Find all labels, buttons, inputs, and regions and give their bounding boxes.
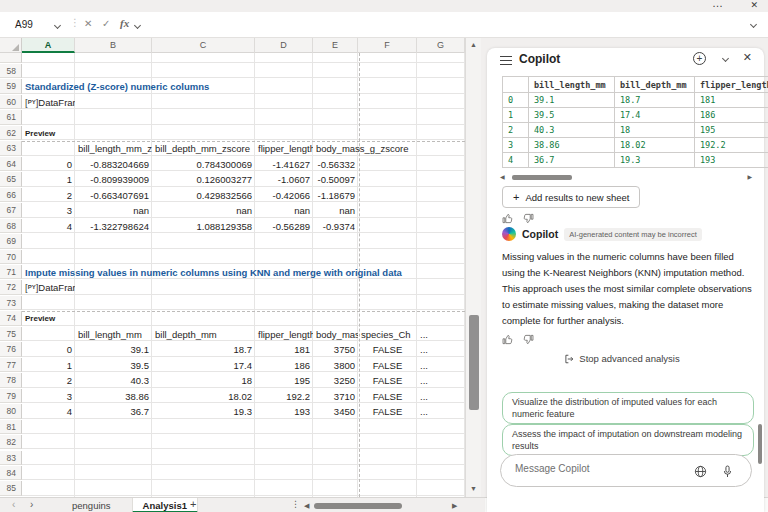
column-header-G[interactable]: G: [417, 38, 465, 53]
grid-cell-F78[interactable]: FALSE: [358, 373, 417, 387]
row-header-65[interactable]: 65: [0, 172, 22, 186]
thumbs-up-icon[interactable]: [502, 334, 513, 345]
grid-cell-B79[interactable]: 38.86: [75, 389, 152, 403]
grid-cell-B64[interactable]: -0.883204669: [75, 157, 152, 171]
row-header-73[interactable]: 73: [0, 296, 22, 310]
row-header-77[interactable]: 77: [0, 358, 22, 372]
web-globe-icon[interactable]: [694, 464, 707, 482]
select-all-corner[interactable]: [0, 38, 22, 53]
grid-cell-B65[interactable]: -0.809939009: [75, 172, 152, 186]
row-header-66[interactable]: 66: [0, 188, 22, 202]
grid-cell-E77[interactable]: 3800: [313, 358, 358, 372]
grid-row[interactable]: [22, 126, 465, 140]
add-results-button[interactable]: +Add results to new sheet: [502, 186, 640, 208]
add-sheet-button[interactable]: +: [190, 498, 196, 510]
grid-cell-B68[interactable]: -1.322798624: [75, 219, 152, 233]
grid-cell-C75[interactable]: bill_depth_mm: [152, 327, 255, 341]
grid-cell-D63[interactable]: flipper_length_mm: [255, 141, 313, 155]
grid-cell-E68[interactable]: -0.9374: [313, 219, 358, 233]
grid-row[interactable]: [22, 250, 465, 264]
sheet-tab-Analysis1[interactable]: Analysis1: [132, 498, 198, 512]
grid-cell-A68[interactable]: 4: [22, 219, 75, 233]
grid-cell-A62[interactable]: Preview: [22, 126, 75, 140]
grid-row[interactable]: [22, 280, 465, 294]
grid-cell-E63[interactable]: body_mass_g_zscore: [313, 141, 411, 155]
grid-cell-D76[interactable]: 181: [255, 342, 313, 356]
scrollbar-thumb[interactable]: [469, 315, 479, 410]
row-header-64[interactable]: 64: [0, 157, 22, 171]
column-header-D[interactable]: D: [255, 38, 313, 53]
row-header-71[interactable]: 71: [0, 265, 22, 279]
grid-cell-A79[interactable]: 3: [22, 389, 75, 403]
grid-row[interactable]: [22, 95, 465, 109]
grid-cell-G76[interactable]: ...: [417, 342, 465, 356]
scrollbar-thumb[interactable]: [512, 175, 572, 180]
grid-cell-D64[interactable]: -1.41627: [255, 157, 313, 171]
grid-cell-F76[interactable]: FALSE: [358, 342, 417, 356]
grid-cell-C80[interactable]: 19.3: [152, 404, 255, 418]
row-header-78[interactable]: 78: [0, 373, 22, 387]
prev-sheet-icon[interactable]: ‹: [12, 499, 15, 510]
grid-cell-F79[interactable]: FALSE: [358, 389, 417, 403]
grid-cell-A64[interactable]: 0: [22, 157, 75, 171]
grid-cell-G79[interactable]: ...: [417, 389, 465, 403]
grid-cell-D79[interactable]: 192.2: [255, 389, 313, 403]
python-dataframe-cell[interactable]: [PY]DataFrame: [22, 95, 75, 109]
grid-row[interactable]: [22, 435, 465, 449]
grid-cell-A67[interactable]: 3: [22, 203, 75, 217]
grid-cell-A77[interactable]: 1: [22, 358, 75, 372]
column-header-B[interactable]: B: [75, 38, 152, 53]
thumbs-down-icon[interactable]: [523, 334, 534, 345]
grid-cell-D77[interactable]: 186: [255, 358, 313, 372]
grid-cell-E80[interactable]: 3450: [313, 404, 358, 418]
row-header-83[interactable]: 83: [0, 451, 22, 465]
grid-cell-E65[interactable]: -0.50097: [313, 172, 358, 186]
message-input[interactable]: [515, 463, 675, 474]
grid-cell-A65[interactable]: 1: [22, 172, 75, 186]
formula-input[interactable]: [150, 14, 740, 35]
grid-cell-A78[interactable]: 2: [22, 373, 75, 387]
grid-cell-C63[interactable]: bill_depth_mm_zscore: [152, 141, 255, 155]
chevron-down-icon[interactable]: [134, 22, 141, 29]
window-more-icon[interactable]: …: [712, 0, 724, 9]
grid-cell-A74[interactable]: Preview: [22, 311, 75, 325]
thumbs-up-icon[interactable]: [502, 213, 513, 224]
grid-cell-C68[interactable]: 1.088129358: [152, 219, 255, 233]
grid-vertical-scrollbar[interactable]: ▲ ▼: [465, 38, 481, 497]
thumbs-down-icon[interactable]: [523, 213, 534, 224]
row-header-81[interactable]: 81: [0, 420, 22, 434]
grid-cell-E66[interactable]: -1.18679: [313, 188, 358, 202]
scroll-down-icon[interactable]: ▼: [470, 485, 477, 492]
grid-cell-A71[interactable]: Impute missing values in numeric columns…: [22, 265, 405, 279]
panel-scrollbar-thumb[interactable]: [758, 424, 762, 464]
grid-cell-C76[interactable]: 18.7: [152, 342, 255, 356]
grid-cell-G75[interactable]: ...: [417, 327, 465, 341]
grid-cell-C78[interactable]: 18: [152, 373, 255, 387]
grid-row[interactable]: [22, 296, 465, 310]
grid-cell-D80[interactable]: 193: [255, 404, 313, 418]
grid-cell-C66[interactable]: 0.429832566: [152, 188, 255, 202]
row-header-58[interactable]: 58: [0, 64, 22, 78]
stop-analysis-button[interactable]: Stop advanced analysis: [487, 353, 757, 364]
row-header-75[interactable]: 75: [0, 327, 22, 341]
chevron-down-icon[interactable]: [54, 22, 61, 29]
grid-cell-E76[interactable]: 3750: [313, 342, 358, 356]
scroll-right-icon[interactable]: ▶: [452, 502, 457, 510]
grid-cell-B78[interactable]: 40.3: [75, 373, 152, 387]
name-box[interactable]: A99: [8, 15, 66, 35]
grid-cell-D68[interactable]: -0.56289: [255, 219, 313, 233]
row-header-70[interactable]: 70: [0, 250, 22, 264]
microphone-icon[interactable]: [722, 464, 733, 482]
scroll-left-icon[interactable]: ◀: [500, 173, 505, 180]
grid-cell-D78[interactable]: 195: [255, 373, 313, 387]
row-header-76[interactable]: 76: [0, 342, 22, 356]
enter-icon[interactable]: ✓: [102, 18, 110, 29]
row-header-74[interactable]: 74: [0, 311, 22, 325]
grid-cell-A66[interactable]: 2: [22, 188, 75, 202]
grid-cell-B75[interactable]: bill_length_mm: [75, 327, 152, 341]
grid-row[interactable]: [22, 481, 465, 495]
row-header-72[interactable]: 72: [0, 280, 22, 294]
grid-cell-G77[interactable]: ...: [417, 358, 465, 372]
grid-cell-B63[interactable]: bill_length_mm_z: [75, 141, 152, 155]
column-header-C[interactable]: C: [152, 38, 255, 53]
